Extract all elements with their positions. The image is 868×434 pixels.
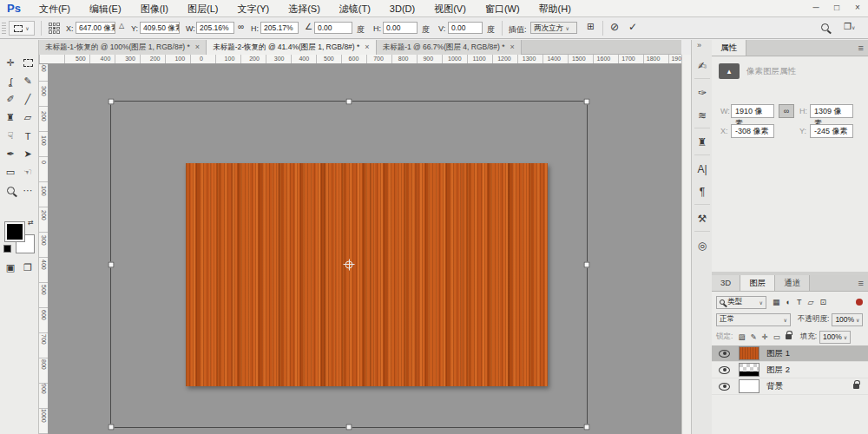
tab-properties[interactable]: 属性: [712, 40, 746, 56]
filter-switch-icon[interactable]: [856, 299, 863, 306]
clone-source-icon[interactable]: ♜: [692, 132, 713, 153]
clone-stamp-tool[interactable]: ♜: [2, 108, 19, 127]
menu-item-10[interactable]: 帮助(H): [529, 0, 581, 17]
transform-handle[interactable]: [584, 424, 590, 431]
menu-item-3[interactable]: 图层(L): [178, 0, 227, 17]
lock-pixels-icon[interactable]: ✎: [750, 332, 756, 341]
menu-item-5[interactable]: 选择(S): [279, 0, 330, 17]
horizontal-ruler[interactable]: 5004003002001000100200300400500600700800…: [39, 55, 681, 64]
commit-transform-icon[interactable]: ✓: [628, 21, 637, 33]
eyedropper-tool[interactable]: ✐: [2, 90, 19, 108]
layer-filter-select[interactable]: 类型 ∨: [716, 296, 766, 309]
pen-tool[interactable]: ✒: [2, 145, 19, 163]
x-input[interactable]: 647.00 像素: [76, 22, 115, 34]
blend-mode-select[interactable]: 正常∨: [716, 313, 791, 326]
menu-item-2[interactable]: 图像(I): [131, 0, 178, 17]
prop-w-field[interactable]: 1910 像素: [731, 104, 774, 118]
default-colors-icon[interactable]: [3, 245, 11, 253]
paragraph-panel-icon[interactable]: ¶: [692, 181, 713, 202]
visibility-eye-icon[interactable]: [719, 383, 730, 391]
prop-h-field[interactable]: 1309 像素: [810, 104, 853, 118]
vertical-ruler[interactable]: 4003002001000100200300400500600700800900…: [39, 64, 49, 434]
filter-smart-objects-icon[interactable]: ⊡: [819, 298, 826, 306]
screen-mode-button[interactable]: ❐: [19, 259, 36, 277]
hskew-input[interactable]: 0.00: [383, 22, 418, 34]
layer-thumbnail[interactable]: [739, 379, 760, 393]
prop-x-field[interactable]: -308 像素: [731, 124, 774, 138]
filter-adjustment-layers-icon[interactable]: ◐: [786, 298, 791, 306]
reference-point-locator[interactable]: [49, 23, 60, 34]
move-tool[interactable]: ✛: [2, 54, 19, 72]
transform-bounding-box[interactable]: [110, 101, 588, 428]
properties-menu-icon[interactable]: ≡: [858, 43, 864, 53]
maximize-button[interactable]: □: [826, 0, 847, 17]
height-input[interactable]: 205.17%: [260, 22, 299, 34]
layer-thumbnail[interactable]: [739, 346, 760, 360]
zoom-tool[interactable]: [2, 181, 19, 200]
hand-tool[interactable]: ☜: [19, 163, 36, 181]
eraser-tool[interactable]: ▱: [19, 108, 36, 127]
layer-row-1[interactable]: 图层 1: [712, 345, 868, 362]
cancel-transform-icon[interactable]: ⊘: [610, 21, 619, 33]
menu-item-4[interactable]: 文字(Y): [227, 0, 279, 17]
opacity-select[interactable]: 100%∨: [832, 313, 863, 326]
layer-row-2[interactable]: 图层 2: [712, 362, 868, 378]
workspace-switcher-icon[interactable]: ❐∨: [844, 22, 855, 31]
adjustments-icon[interactable]: ≋: [692, 105, 713, 126]
transform-handle[interactable]: [108, 261, 115, 267]
layers-menu-icon[interactable]: ≡: [858, 278, 864, 288]
menu-item-0[interactable]: 文件(F): [30, 0, 80, 17]
canvas-area[interactable]: [49, 64, 681, 434]
libraries-icon[interactable]: ◎: [692, 235, 713, 256]
brush-presets-icon[interactable]: ✍: [692, 56, 713, 76]
close-tab-icon[interactable]: ×: [510, 40, 515, 55]
lock-artboard-icon[interactable]: ▭: [773, 332, 780, 341]
visibility-eye-icon[interactable]: [719, 366, 730, 374]
relative-position-icon[interactable]: △: [119, 22, 124, 30]
vskew-input[interactable]: 0.00: [448, 22, 483, 34]
shape-tool[interactable]: ▭: [2, 163, 19, 181]
search-icon[interactable]: [821, 23, 829, 33]
transform-handle[interactable]: [346, 99, 352, 105]
swap-colors-icon[interactable]: ⇄: [28, 219, 34, 227]
document-tab-1[interactable]: 未标题-1-恢复的 @ 100%(图层 1, RGB/8#) *×: [39, 40, 207, 55]
vertical-scrollbar[interactable]: [681, 55, 691, 434]
tab-3D[interactable]: 3D: [712, 275, 740, 291]
quick-selection-tool[interactable]: ✎: [19, 72, 36, 90]
tab-图层[interactable]: 图层: [740, 275, 775, 291]
menu-item-6[interactable]: 滤镜(T): [330, 0, 380, 17]
prop-y-field[interactable]: -245 像素: [810, 124, 853, 138]
character-panel-icon[interactable]: A|: [692, 159, 713, 180]
interpolation-select[interactable]: 两次立方 ∨: [530, 22, 577, 34]
filter-pixel-layers-icon[interactable]: ▦: [773, 298, 780, 306]
visibility-eye-icon[interactable]: [719, 350, 730, 358]
transform-handle[interactable]: [584, 261, 590, 267]
transform-handle[interactable]: [108, 424, 115, 431]
lock-position-icon[interactable]: ✛: [762, 332, 768, 341]
close-tab-icon[interactable]: ×: [195, 40, 200, 55]
width-input[interactable]: 205.16%: [196, 22, 234, 34]
edit-toolbar[interactable]: ⋯: [19, 181, 36, 200]
fill-select[interactable]: 100%∨: [819, 331, 851, 344]
menu-item-1[interactable]: 编辑(E): [80, 0, 131, 17]
document-tab-3[interactable]: 未标题-1 @ 66.7%(图层 4, RGB/8#) *×: [377, 40, 522, 55]
menu-item-8[interactable]: 视图(V): [424, 0, 476, 17]
smudge-tool[interactable]: ☟: [2, 127, 19, 145]
link-dimensions-icon[interactable]: ∞: [238, 22, 244, 31]
lock-transparency-icon[interactable]: ▨: [738, 332, 745, 341]
warp-mode-icon[interactable]: ⊞: [587, 22, 594, 31]
tab-通道[interactable]: 通道: [775, 275, 810, 291]
menu-item-9[interactable]: 窗口(W): [476, 0, 529, 17]
foreground-color-swatch[interactable]: [5, 222, 24, 241]
brush-settings-icon[interactable]: ✑: [692, 82, 713, 103]
angle-input[interactable]: 0.00: [314, 22, 352, 34]
y-input[interactable]: 409.50 像素: [140, 22, 180, 34]
brush-tool[interactable]: ╱: [19, 90, 36, 108]
link-wh-icon[interactable]: ∞: [779, 104, 794, 118]
menu-item-7[interactable]: 3D(D): [380, 0, 424, 17]
minimize-button[interactable]: ─: [806, 0, 826, 17]
lasso-tool[interactable]: ʆ: [2, 72, 19, 90]
layer-row-3[interactable]: 背景: [712, 378, 868, 395]
transform-handle[interactable]: [584, 99, 590, 105]
marquee-tool[interactable]: [19, 54, 36, 72]
